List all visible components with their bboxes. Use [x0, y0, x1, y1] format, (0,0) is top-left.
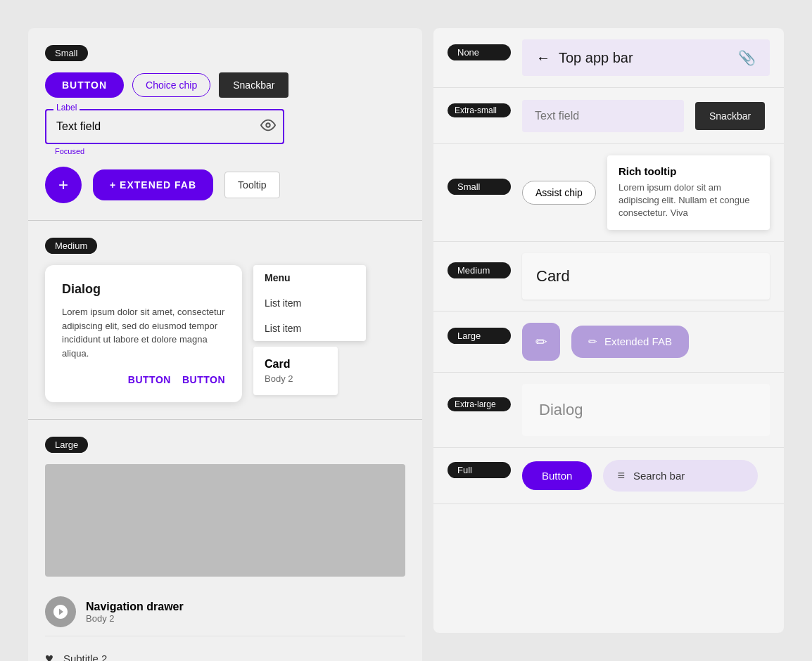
menu-item-1[interactable]: List item — [253, 290, 366, 316]
nav-avatar — [45, 596, 76, 627]
top-app-bar-title: Top app bar — [559, 50, 633, 66]
rich-tooltip: Rich tooltip Lorem ipsum dolor sit am ad… — [607, 155, 770, 230]
fab-button[interactable]: + — [45, 167, 82, 203]
text-field-wrapper: Label — [45, 109, 284, 144]
extra-large-row: Extra-large Dialog — [433, 373, 784, 448]
right-dialog-title: Dialog — [539, 401, 753, 419]
top-app-bar-left: ← Top app bar — [536, 50, 633, 66]
text-field-label: Label — [53, 103, 80, 113]
nav-title: Navigation drawer — [86, 601, 184, 613]
large-section: Large Navigation drawer Body 2 ♥ Subtitl… — [28, 420, 422, 661]
text-field-input[interactable] — [45, 109, 284, 144]
rich-tooltip-title: Rich tooltip — [618, 165, 759, 177]
right-dialog: Dialog — [522, 384, 770, 436]
svg-point-0 — [266, 123, 270, 127]
dialog-body: Lorem ipsum dolor sit amet, consectetur … — [62, 305, 225, 360]
right-card: Card — [522, 253, 770, 300]
tooltip-button[interactable]: Tooltip — [224, 172, 279, 198]
small-row: BUTTON Choice chip Snackbar — [45, 72, 405, 98]
menu-header: Menu — [253, 265, 366, 290]
fab-extended-button[interactable]: + EXTENED FAB — [93, 169, 213, 200]
full-button[interactable]: Button — [522, 461, 592, 490]
image-placeholder — [45, 464, 405, 577]
extra-small-badge: Extra-small — [448, 103, 511, 117]
right-card-title: Card — [536, 267, 756, 285]
fab-extended-right[interactable]: ✏ Extended FAB — [571, 326, 689, 358]
small-section: Small BUTTON Choice chip Snackbar Label … — [28, 28, 422, 221]
large-badge-right: Large — [448, 328, 511, 344]
small-row-right: Small Assist chip Rich tooltip Lorem ips… — [433, 144, 784, 242]
small-badge: Small — [45, 45, 88, 61]
large-row-right: Large ✏ ✏ Extended FAB — [433, 312, 784, 373]
fab-extended-icon-right: ✏ — [588, 335, 597, 348]
fab-small-right[interactable]: ✏ — [522, 323, 560, 361]
full-badge: Full — [448, 462, 511, 478]
small-badge-right: Small — [448, 179, 511, 195]
search-bar[interactable]: ≡ Search bar — [603, 460, 758, 492]
assist-chip[interactable]: Assist chip — [522, 181, 596, 205]
right-text-field[interactable] — [522, 100, 684, 132]
none-row: None ← Top app bar 📎 — [433, 28, 784, 88]
choice-chip[interactable]: Choice chip — [132, 73, 210, 97]
fab-extended-label-right: Extended FAB — [604, 335, 672, 347]
none-badge: None — [448, 44, 511, 60]
left-panel: Small BUTTON Choice chip Snackbar Label … — [28, 28, 422, 633]
back-icon[interactable]: ← — [536, 50, 550, 66]
dialog-actions: BUTTON BUTTON — [62, 374, 225, 385]
rich-tooltip-body: Lorem ipsum dolor sit am adipiscing elit… — [618, 181, 759, 220]
medium-section: Medium Dialog Lorem ipsum dolor sit amet… — [28, 221, 422, 420]
fab-row: + + EXTENED FAB Tooltip — [45, 167, 405, 203]
right-panel: None ← Top app bar 📎 Extra-small Snackba… — [433, 28, 784, 633]
nav-item-1[interactable]: ♥ Subtitle 2 — [45, 642, 405, 661]
card-title: Card — [265, 358, 326, 371]
full-row: Full Button ≡ Search bar — [433, 448, 784, 504]
fab-icon-right: ✏ — [535, 333, 547, 350]
nav-item-label-1: Subtitle 2 — [63, 653, 108, 661]
medium-badge: Medium — [45, 238, 97, 254]
attach-icon: 📎 — [738, 49, 756, 66]
heart-icon-1: ♥ — [45, 650, 53, 661]
top-app-bar: ← Top app bar 📎 — [522, 39, 770, 76]
search-bar-label: Search bar — [633, 470, 685, 482]
card-small: Card Body 2 — [253, 347, 338, 395]
eye-icon[interactable] — [260, 117, 276, 136]
extra-large-badge: Extra-large — [448, 397, 511, 411]
button[interactable]: BUTTON — [45, 72, 124, 98]
menu-card-group: Menu List item List item Card Body 2 — [253, 265, 366, 401]
menu-item-2[interactable]: List item — [253, 316, 366, 341]
snackbar: Snackbar — [219, 72, 288, 98]
search-menu-icon: ≡ — [617, 468, 625, 483]
extra-small-row: Extra-small Snackbar — [433, 88, 784, 144]
card-body: Body 2 — [265, 373, 326, 384]
dialog-card: Dialog Lorem ipsum dolor sit amet, conse… — [45, 265, 242, 402]
dialog-btn1[interactable]: BUTTON — [128, 374, 171, 385]
medium-badge-right: Medium — [448, 262, 511, 278]
dialog-title: Dialog — [62, 282, 225, 297]
medium-row: Dialog Lorem ipsum dolor sit amet, conse… — [45, 265, 405, 402]
medium-row-right: Medium Card — [433, 242, 784, 312]
right-snackbar: Snackbar — [695, 102, 765, 130]
nav-info: Navigation drawer Body 2 — [86, 601, 184, 624]
large-badge: Large — [45, 437, 88, 453]
dialog-btn2[interactable]: BUTTON — [182, 374, 225, 385]
menu-card: Menu List item List item — [253, 265, 366, 341]
nav-subtitle: Body 2 — [86, 613, 184, 624]
nav-drawer-header: Navigation drawer Body 2 — [45, 588, 405, 636]
focused-label: Focused — [55, 147, 405, 155]
